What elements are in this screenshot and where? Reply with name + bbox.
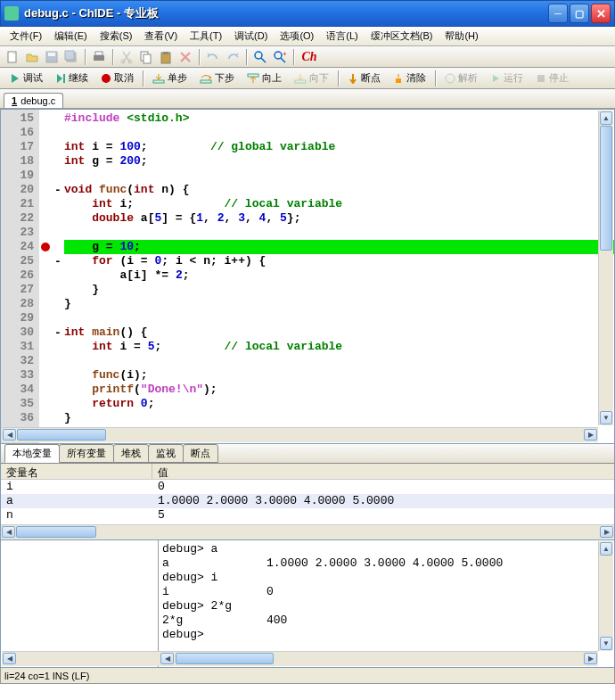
code-area[interactable]: #include <stdio.h>int i = 100; // global… — [64, 110, 614, 443]
code-line[interactable]: #include <stdio.h> — [64, 111, 614, 126]
menu-item[interactable]: 搜索(S) — [94, 28, 139, 45]
breakpoint-marker[interactable] — [39, 325, 52, 340]
step-into-button[interactable]: 单步 — [146, 70, 193, 86]
scroll-down-arrow[interactable]: ▼ — [600, 637, 612, 650]
menu-item[interactable]: 选项(O) — [274, 28, 320, 45]
print-icon[interactable] — [90, 48, 108, 66]
scroll-thumb[interactable] — [176, 653, 274, 664]
stop-button[interactable]: 停止 — [529, 70, 575, 86]
scroll-right-arrow[interactable]: ▶ — [600, 526, 613, 538]
variable-row[interactable]: a1.0000 2.0000 3.0000 4.0000 5.0000 — [1, 494, 614, 508]
variable-row[interactable]: i0 — [1, 480, 614, 494]
code-line[interactable] — [64, 354, 614, 368]
breakpoint-marker[interactable] — [39, 297, 52, 311]
menu-item[interactable]: 缓冲区文档(B) — [365, 28, 439, 45]
fold-toggle[interactable]: - — [52, 183, 64, 197]
fold-toggle[interactable]: - — [52, 254, 64, 268]
replace-icon[interactable]: + — [271, 48, 289, 66]
horizontal-scrollbar[interactable]: ◀ ▶ — [2, 427, 598, 442]
menu-item[interactable]: 帮助(H) — [439, 28, 484, 45]
debug-button[interactable]: 调试 — [4, 70, 49, 86]
scroll-up-arrow[interactable]: ▲ — [600, 111, 612, 125]
code-line[interactable]: g = 10; — [64, 240, 614, 254]
breakpoint-marker[interactable] — [39, 169, 52, 183]
breakpoint-marker[interactable] — [39, 111, 52, 126]
variable-tab[interactable]: 监视 — [148, 444, 184, 463]
breakpoint-marker[interactable] — [39, 340, 52, 354]
breakpoint-marker[interactable] — [39, 283, 52, 297]
scroll-thumb[interactable] — [600, 126, 612, 251]
menu-item[interactable]: 文件(F) — [4, 28, 48, 45]
scroll-left-arrow[interactable]: ◀ — [2, 526, 15, 538]
fold-column[interactable]: --- — [52, 110, 64, 443]
code-line[interactable]: a[i] *= 2; — [64, 268, 614, 283]
cancel-button[interactable]: 取消 — [94, 70, 140, 86]
menu-item[interactable]: 调试(D) — [228, 28, 274, 45]
breakpoint-button[interactable]: 断点 — [341, 70, 387, 86]
code-line[interactable] — [64, 169, 614, 183]
delete-icon[interactable] — [176, 48, 194, 66]
variable-tab[interactable]: 堆栈 — [113, 444, 149, 463]
code-line[interactable] — [64, 126, 614, 140]
cut-icon[interactable] — [118, 48, 135, 66]
close-button[interactable]: ✕ — [591, 4, 611, 23]
breakpoint-column[interactable] — [39, 110, 52, 443]
paste-icon[interactable] — [157, 48, 175, 66]
step-over-button[interactable]: 下步 — [193, 70, 241, 86]
save-icon[interactable] — [43, 48, 61, 66]
variable-tab[interactable]: 本地变量 — [4, 444, 60, 463]
find-icon[interactable] — [251, 48, 269, 66]
step-down-button[interactable]: 向下 — [288, 70, 335, 86]
vertical-scrollbar[interactable]: ▲ ▼ — [598, 541, 613, 651]
breakpoint-marker[interactable] — [39, 411, 52, 425]
code-line[interactable]: int g = 200; — [64, 154, 614, 169]
breakpoint-marker[interactable] — [39, 183, 52, 197]
scroll-left-arrow[interactable]: ◀ — [160, 653, 174, 664]
maximize-button[interactable]: ▢ — [570, 4, 589, 23]
continue-button[interactable]: 继续 — [49, 70, 94, 86]
breakpoint-marker[interactable] — [39, 197, 52, 211]
variable-row[interactable]: n5 — [1, 508, 614, 523]
code-line[interactable] — [64, 311, 614, 325]
code-line[interactable]: } — [64, 411, 614, 425]
breakpoint-marker[interactable] — [39, 311, 52, 325]
breakpoint-marker[interactable] — [39, 226, 52, 240]
breakpoint-marker[interactable] — [39, 211, 52, 226]
breakpoint-marker[interactable] — [39, 354, 52, 368]
breakpoint-marker[interactable] — [39, 368, 52, 383]
breakpoint-marker[interactable] — [39, 240, 52, 254]
scroll-thumb[interactable] — [16, 526, 96, 538]
breakpoint-marker[interactable] — [39, 383, 52, 397]
console-output[interactable]: debug> aa 1.0000 2.0000 3.0000 4.0000 5.… — [159, 540, 614, 667]
code-line[interactable] — [64, 226, 614, 240]
code-line[interactable]: int i; // local variable — [64, 197, 614, 211]
code-line[interactable]: void func(int n) { — [64, 183, 614, 197]
clear-button[interactable]: 清除 — [387, 70, 432, 86]
minimize-button[interactable]: ─ — [548, 4, 568, 23]
code-line[interactable]: int i = 5; // local variable — [64, 340, 614, 354]
open-icon[interactable] — [23, 48, 41, 66]
parse-button[interactable]: 解析 — [439, 70, 484, 86]
variable-tab[interactable]: 所有变量 — [59, 444, 114, 463]
scroll-left-arrow[interactable]: ◀ — [3, 429, 16, 441]
breakpoint-marker[interactable] — [39, 126, 52, 140]
undo-icon[interactable] — [204, 48, 222, 66]
breakpoint-marker[interactable] — [39, 254, 52, 268]
code-line[interactable]: double a[5] = {1, 2, 3, 4, 5}; — [64, 211, 614, 226]
scroll-thumb[interactable] — [17, 429, 106, 441]
save-all-icon[interactable] — [62, 48, 80, 66]
copy-icon[interactable] — [137, 48, 155, 66]
menu-item[interactable]: 编辑(E) — [48, 28, 94, 45]
breakpoint-marker[interactable] — [39, 268, 52, 283]
code-editor[interactable]: 1516171819202122232425262728293031323334… — [0, 109, 615, 444]
scroll-right-arrow[interactable]: ▶ — [584, 653, 597, 664]
breakpoint-marker[interactable] — [39, 397, 52, 411]
code-line[interactable]: func(i); — [64, 368, 614, 383]
scroll-up-arrow[interactable]: ▲ — [600, 542, 612, 556]
redo-icon[interactable] — [224, 48, 242, 66]
code-line[interactable]: } — [64, 297, 614, 311]
code-line[interactable]: int i = 100; // global variable — [64, 140, 614, 154]
new-icon[interactable] — [4, 48, 21, 66]
breakpoint-marker[interactable] — [39, 140, 52, 154]
variable-tab[interactable]: 断点 — [183, 444, 218, 463]
